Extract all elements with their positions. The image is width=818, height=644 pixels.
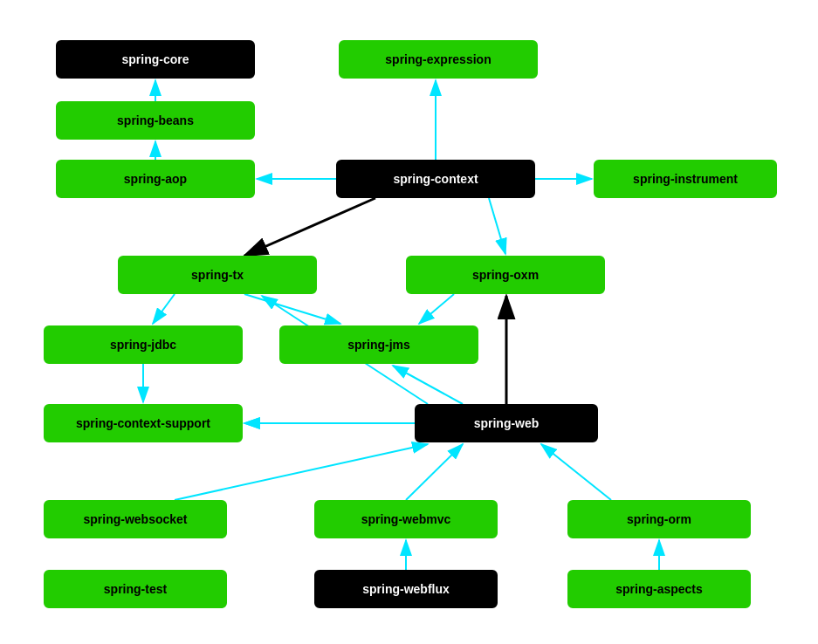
node-spring-aop: spring-aop <box>56 160 255 198</box>
node-spring-webflux: spring-webflux <box>314 570 498 608</box>
node-spring-oxm: spring-oxm <box>406 256 605 294</box>
svg-line-11 <box>419 294 454 324</box>
node-spring-context: spring-context <box>336 160 535 198</box>
svg-line-19 <box>406 444 463 500</box>
node-spring-instrument: spring-instrument <box>594 160 777 198</box>
node-spring-web: spring-web <box>415 404 598 442</box>
svg-line-20 <box>541 444 611 500</box>
diagram-container: spring-core spring-expression spring-bea… <box>0 0 818 644</box>
svg-line-9 <box>153 294 175 324</box>
node-spring-websocket: spring-websocket <box>44 500 227 538</box>
node-spring-webmvc: spring-webmvc <box>314 500 498 538</box>
svg-line-18 <box>175 444 428 500</box>
node-spring-tx: spring-tx <box>118 256 317 294</box>
node-spring-context-support: spring-context-support <box>44 404 243 442</box>
node-spring-beans: spring-beans <box>56 101 255 140</box>
svg-line-16 <box>393 366 463 404</box>
node-spring-aspects: spring-aspects <box>567 570 751 608</box>
node-spring-expression: spring-expression <box>339 40 538 79</box>
node-spring-jdbc: spring-jdbc <box>44 325 243 364</box>
node-spring-jms: spring-jms <box>279 325 478 364</box>
node-spring-core: spring-core <box>56 40 255 79</box>
node-spring-orm: spring-orm <box>567 500 751 538</box>
arrows-svg <box>0 0 818 644</box>
svg-line-7 <box>244 198 375 256</box>
node-spring-test: spring-test <box>44 570 227 608</box>
svg-line-10 <box>244 294 340 324</box>
svg-line-8 <box>489 198 505 254</box>
